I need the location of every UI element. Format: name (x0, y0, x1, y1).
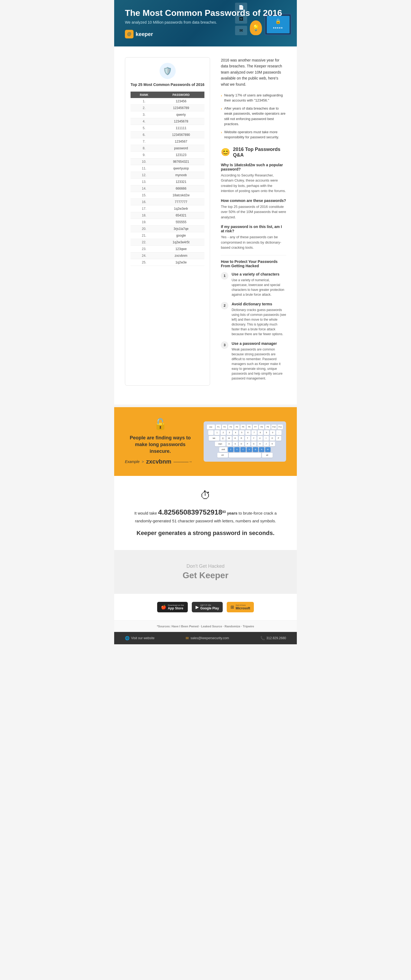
rank-cell: 25. (131, 259, 158, 266)
main-content: 🛡️ Top 25 Most Common Passwords of 2016 … (114, 46, 297, 404)
kb-key: J (263, 442, 269, 446)
password-cell: 1q2w3e4r5t (158, 239, 204, 245)
kb-key: F10 (271, 425, 277, 430)
protect-heading: Use a password manager (231, 341, 286, 346)
header-subtitle: We analyzed 10 Million passwords from da… (125, 20, 286, 24)
sources-text: Have I Been Pwned · Leaked Source · Rand… (171, 625, 254, 628)
qa-header: 😊 2016 Top Passwords Q&A (221, 146, 286, 158)
shield-icon: 🛡️ (159, 63, 176, 79)
dgh-line1: Don't Get Hacked (125, 563, 286, 569)
bullet-text: Nearly 17% of users are safeguarding the… (224, 93, 286, 103)
protect-heading: Use a variety of characters (231, 272, 286, 276)
phone-icon: 📞 (260, 636, 265, 640)
googleplay-button[interactable]: ▶ GET IT ON Google Play (192, 602, 223, 612)
rank-cell: 2. (131, 105, 158, 111)
bullet-arrow: › (221, 130, 222, 135)
rank-cell: 17. (131, 205, 158, 212)
kb-key: R (239, 436, 244, 441)
rank-cell: 9. (131, 151, 158, 158)
password-cell: 12345678 (158, 118, 204, 125)
kb-key: U (257, 436, 263, 441)
password-cell: 1234567 (158, 138, 204, 145)
googleplay-label-big: Google Play (201, 606, 219, 610)
rank-cell: 21. (131, 232, 158, 239)
keyboard-section: 🔓 People are finding ways to make long p… (114, 407, 297, 476)
protect-heading: Avoid dictionary terms (231, 302, 286, 306)
globe-icon: 🌐 (125, 636, 129, 640)
card-title: Top 25 Most Common Passwords of 2016 (131, 82, 204, 88)
qa-title: 2016 Top Passwords Q&A (233, 146, 286, 158)
example-label: Example (125, 460, 139, 464)
timer-icon: ⏱ (125, 489, 286, 501)
bullet-item: ›Nearly 17% of users are safeguarding th… (221, 93, 286, 103)
table-row: 19.555555 (131, 219, 204, 225)
kb-key: 5 (239, 430, 244, 435)
table-row: 24.zxcvbnm (131, 252, 204, 259)
microsoft-button[interactable]: ⊞ Get it from Microsoft (227, 602, 254, 612)
timer-number: 4.825650839752918 (158, 508, 222, 516)
keyboard-right: esc F1 F2 F3 F4 F5 F6 F7 F8 F9 F10 F11 `… (204, 422, 286, 462)
kb-key: K (270, 442, 275, 446)
appstore-label-small: Download on the (168, 604, 184, 606)
two-column-layout: 🛡️ Top 25 Most Common Passwords of 2016 … (125, 57, 286, 386)
logo-text: keeper (135, 31, 153, 37)
qa-items: Why Is 18atcskd2w such a popular passwor… (221, 163, 286, 250)
password-cell: 123123 (158, 151, 204, 158)
password-cell: 3rjs1la7qe (158, 225, 204, 232)
kb-key: S (233, 442, 238, 446)
password-cell: 18atcskd2w (158, 192, 204, 199)
table-row: 6.1234567890 (131, 131, 204, 138)
password-cell: qwertyuiop (158, 165, 204, 172)
bullet-text: Website operators must take more respons… (224, 129, 286, 140)
page-title: The Most Common Passwords of 2016 (125, 8, 286, 18)
kb-key: ` (208, 430, 213, 435)
qa-question: If my password is on this list, am I at … (221, 224, 286, 233)
rank-cell: 19. (131, 219, 158, 225)
qa-item: How common are these passwords?The top 2… (221, 199, 286, 220)
protect-item: 3 Use a password manager Weak passwords … (221, 341, 286, 381)
qa-item: Why Is 18atcskd2w such a popular passwor… (221, 163, 286, 194)
rank-cell: 23. (131, 245, 158, 252)
password-cell: 7777777 (158, 199, 204, 205)
qa-answer: According to Security Researcher, Graham… (221, 173, 286, 194)
kb-key-x: X (234, 447, 240, 452)
sources: *Sources: Have I Been Pwned · Leaked Sou… (114, 620, 297, 632)
rank-cell: 5. (131, 125, 158, 131)
password-cell: 123qwe (158, 245, 204, 252)
protect-item: 2 Avoid dictionary terms Dictionary crac… (221, 302, 286, 337)
col-password: PASSWORD (158, 92, 204, 98)
kb-key: T (245, 436, 250, 441)
password-cell: 123456789 (158, 105, 204, 111)
rank-cell: 13. (131, 178, 158, 185)
kb-key: 2 (221, 430, 226, 435)
timer-section: ⏱ It would take 4.82565083975291883 year… (114, 476, 297, 550)
rank-cell: 10. (131, 158, 158, 165)
rank-cell: 14. (131, 185, 158, 192)
protect-num: 1 (221, 272, 228, 280)
kb-key: W (226, 436, 232, 441)
table-row: 7.1234567 (131, 138, 204, 145)
kb-key: F11 (277, 425, 283, 430)
kb-key-v: V (247, 447, 252, 452)
kb-key: H (257, 442, 263, 446)
kb-key: D (239, 442, 244, 446)
bullet-text: After years of data breaches due to weak… (224, 106, 286, 127)
app-stores: 🍎 Download on the App Store ▶ GET IT ON … (114, 594, 297, 620)
kb-key: caps (215, 442, 226, 446)
footer-phone-text: 312.829.2680 (266, 636, 286, 640)
table-row: 3.qwerty (131, 111, 204, 118)
appstore-button[interactable]: 🍎 Download on the App Store (157, 602, 188, 612)
kb-key: E (233, 436, 238, 441)
password-cell: 111111 (158, 125, 204, 131)
qa-question: Why Is 18atcskd2w such a popular passwor… (221, 163, 286, 171)
rank-cell: 8. (131, 145, 158, 151)
kb-key: F3 (228, 425, 233, 430)
appstore-label-big: App Store (168, 606, 184, 610)
kb-key: F4 (234, 425, 240, 430)
rank-cell: 24. (131, 252, 158, 259)
kb-key: O (270, 436, 275, 441)
password-cell: 654321 (158, 212, 204, 219)
intro-text: 2016 was another massive year for data b… (221, 57, 286, 87)
password-cell: qwerty (158, 111, 204, 118)
table-row: 20.3rjs1la7qe (131, 225, 204, 232)
